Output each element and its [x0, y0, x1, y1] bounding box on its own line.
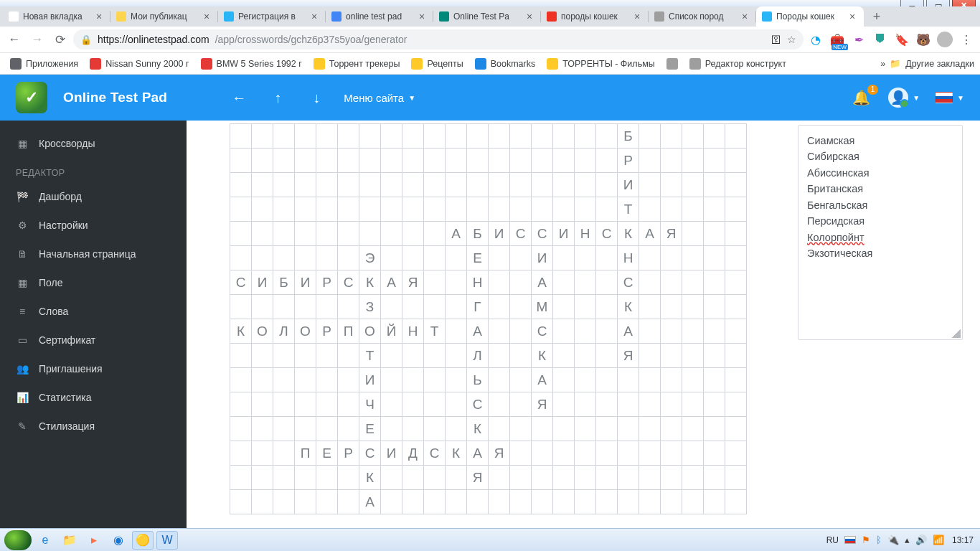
crossword-cell[interactable]	[682, 246, 704, 270]
crossword-cell[interactable]	[230, 173, 252, 197]
word-list-item[interactable]: Персидская	[807, 213, 953, 229]
crossword-cell[interactable]: К	[230, 319, 252, 344]
crossword-cell[interactable]	[553, 197, 575, 222]
crossword-cell[interactable]: И	[553, 222, 575, 246]
bookmark-item[interactable]: Рецепты	[407, 55, 467, 72]
crossword-cell[interactable]	[446, 149, 467, 173]
crossword-cell[interactable]: Р	[316, 270, 338, 295]
crossword-cell[interactable]	[639, 124, 661, 149]
crossword-cell[interactable]: Е	[359, 417, 381, 441]
crossword-cell[interactable]	[446, 295, 467, 319]
crossword-cell[interactable]	[252, 392, 273, 417]
crossword-cell[interactable]	[230, 197, 252, 222]
crossword-cell[interactable]	[424, 149, 446, 173]
crossword-cell[interactable]	[338, 124, 359, 149]
crossword-cell[interactable]	[510, 417, 532, 441]
crossword-cell[interactable]	[295, 295, 316, 319]
crossword-cell[interactable]: К	[618, 295, 639, 319]
crossword-cell[interactable]: М	[532, 295, 553, 319]
crossword-cell[interactable]: Б	[273, 270, 295, 295]
crossword-cell[interactable]	[639, 441, 661, 466]
crossword-cell[interactable]: Т	[424, 319, 446, 344]
tab-close-icon[interactable]: ×	[742, 11, 750, 22]
crossword-cell[interactable]	[402, 197, 424, 222]
user-menu-button[interactable]: 👤 ▼	[888, 88, 920, 108]
crossword-cell[interactable]	[596, 124, 618, 149]
crossword-cell[interactable]: С	[338, 270, 359, 295]
crossword-cell[interactable]: О	[359, 319, 381, 344]
sidebar-item[interactable]: ≡Слова	[0, 297, 187, 326]
crossword-cell[interactable]	[704, 124, 725, 149]
crossword-cell[interactable]	[273, 173, 295, 197]
crossword-cell[interactable]	[467, 124, 489, 149]
crossword-cell[interactable]: И	[489, 222, 510, 246]
crossword-cell[interactable]	[661, 295, 682, 319]
crossword-cell[interactable]	[446, 344, 467, 368]
crossword-cell[interactable]	[661, 417, 682, 441]
crossword-cell[interactable]	[424, 417, 446, 441]
crossword-cell[interactable]	[575, 124, 596, 149]
crossword-cell[interactable]	[295, 344, 316, 368]
crossword-cell[interactable]	[639, 490, 661, 514]
sidebar-item[interactable]: 👥Приглашения	[0, 354, 187, 383]
crossword-cell[interactable]	[446, 173, 467, 197]
crossword-cell[interactable]	[639, 246, 661, 270]
sidebar-item[interactable]: ▭Сертификат	[0, 326, 187, 354]
crossword-cell[interactable]	[359, 197, 381, 222]
bookmark-item[interactable]: BMW 5 Series 1992 г	[197, 55, 306, 72]
crossword-cell[interactable]: Б	[618, 124, 639, 149]
crossword-cell[interactable]	[661, 490, 682, 514]
crossword-cell[interactable]	[467, 173, 489, 197]
crossword-cell[interactable]	[230, 124, 252, 149]
crossword-cell[interactable]	[230, 490, 252, 514]
crossword-cell[interactable]: П	[295, 441, 316, 466]
crossword-cell[interactable]: С	[424, 441, 446, 466]
crossword-cell[interactable]	[510, 490, 532, 514]
crossword-cell[interactable]	[489, 392, 510, 417]
crossword-cell[interactable]	[725, 295, 747, 319]
crossword-cell[interactable]	[316, 149, 338, 173]
tray-volume-icon[interactable]: 🔊	[915, 534, 927, 545]
crossword-cell[interactable]	[252, 197, 273, 222]
crossword-cell[interactable]	[316, 392, 338, 417]
crossword-cell[interactable]	[639, 319, 661, 344]
bookmark-item[interactable]: Редактор конструкт	[685, 55, 791, 72]
crossword-cell[interactable]: Н	[618, 246, 639, 270]
crossword-cell[interactable]	[273, 441, 295, 466]
crossword-cell[interactable]: Я	[532, 392, 553, 417]
crossword-cell[interactable]: Н	[402, 319, 424, 344]
crossword-cell[interactable]	[338, 344, 359, 368]
crossword-cell[interactable]	[682, 222, 704, 246]
crossword-cell[interactable]: Г	[467, 295, 489, 319]
crossword-cell[interactable]: Н	[575, 222, 596, 246]
tab-close-icon[interactable]: ×	[311, 11, 320, 22]
crossword-cell[interactable]	[532, 441, 553, 466]
crossword-cell[interactable]	[532, 490, 553, 514]
crossword-cell[interactable]	[596, 246, 618, 270]
crossword-cell[interactable]	[402, 246, 424, 270]
crossword-cell[interactable]	[575, 392, 596, 417]
crossword-cell[interactable]	[704, 246, 725, 270]
crossword-cell[interactable]	[725, 441, 747, 466]
crossword-cell[interactable]	[338, 490, 359, 514]
crossword-cell[interactable]	[575, 270, 596, 295]
crossword-cell[interactable]: С	[596, 222, 618, 246]
crossword-cell[interactable]	[661, 344, 682, 368]
nav-back-button[interactable]: ←	[4, 29, 24, 50]
crossword-cell[interactable]	[489, 246, 510, 270]
crossword-cell[interactable]: А	[381, 270, 402, 295]
crossword-cell[interactable]	[381, 295, 402, 319]
crossword-cell[interactable]: Т	[359, 344, 381, 368]
crossword-cell[interactable]	[682, 392, 704, 417]
crossword-cell[interactable]	[316, 173, 338, 197]
tab-close-icon[interactable]: ×	[419, 11, 428, 22]
crossword-cell[interactable]	[725, 319, 747, 344]
crossword-cell[interactable]	[682, 124, 704, 149]
crossword-cell[interactable]: Б	[467, 222, 489, 246]
crossword-cell[interactable]	[596, 173, 618, 197]
taskbar-ie-icon[interactable]: e	[34, 531, 56, 550]
crossword-cell[interactable]	[252, 417, 273, 441]
crossword-cell[interactable]	[553, 466, 575, 490]
crossword-cell[interactable]	[359, 149, 381, 173]
crossword-cell[interactable]	[338, 295, 359, 319]
